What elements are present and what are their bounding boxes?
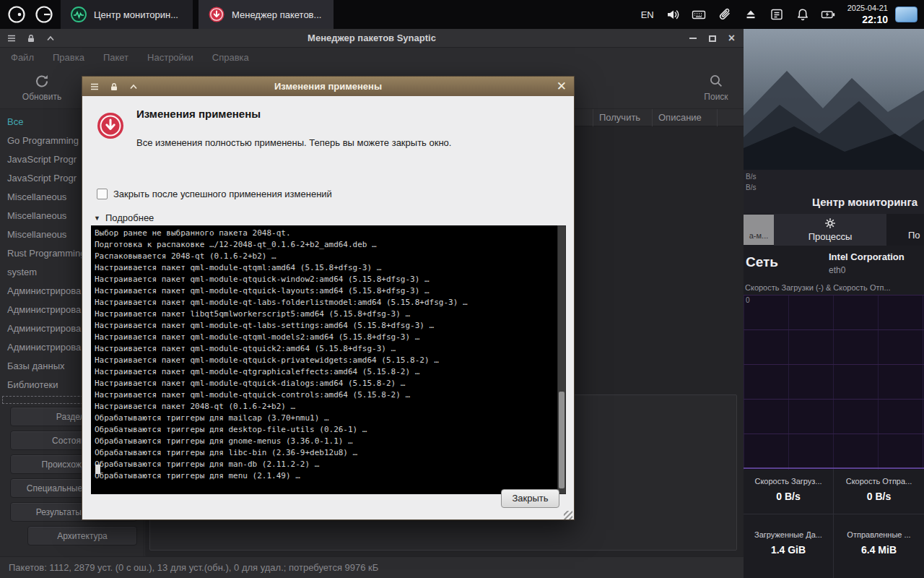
tab-partial-right[interactable]: По [908,230,920,241]
dialog-heading: Изменения применены [136,108,261,120]
menubar: ФайлПравкаПакетНастройкиСправка [0,48,744,67]
download-icon [208,6,225,23]
details-label: Подробнее [105,212,154,223]
window-menu-icon[interactable] [90,82,100,92]
rollup-icon[interactable] [128,82,139,92]
menu-item[interactable]: Пакет [103,52,128,63]
terminal-output: Выбор ранее не выбранного пакета 2048-qt… [91,225,557,494]
terminal-line: Обрабатываются триггеры для desktop-file… [95,424,557,436]
wallpaper-image [744,29,924,170]
checkbox-unchecked[interactable] [97,189,108,199]
menu-item[interactable]: Файл [11,52,34,63]
window-menu-icon[interactable] [6,33,17,43]
tab-processes[interactable]: Процессы [774,214,886,246]
resize-grip[interactable] [564,511,572,519]
dialog-message: Все изменения полностью применены. Тепер… [136,137,451,148]
terminal-line: Обрабатываются триггеры для libc-bin (2.… [95,447,557,459]
network-adapter-name: Intel Corporation [829,251,905,262]
axis-unit-labels: B/s B/s [746,171,756,193]
terminal-scrollbar[interactable] [557,225,566,494]
column-separator [717,109,718,126]
terminal-line: Обрабатываются триггеры для man-db (2.11… [95,459,557,470]
terminal-line: Настраивается пакет qml-module-qtqml-mod… [95,332,557,343]
terminal-line: Настраивается пакет qml-module-qtquick2:… [95,343,557,355]
lock-icon[interactable] [109,82,119,92]
lock-icon[interactable] [26,33,36,43]
dialog-titlebar[interactable]: Изменения применены ✕ [82,77,574,96]
terminal-line: Настраивается пакет 2048-qt (0.1.6-2+b2)… [95,401,557,413]
dialog-title: Изменения применены [82,81,574,92]
download-complete-icon [97,112,124,139]
stat-value: 1.4 GiB [771,544,806,556]
terminal-line: Настраивается пакет qml-module-qtquick-l… [95,285,557,297]
network-speed-chart: 0 [744,295,924,470]
monitoring-center-window: B/s B/s Центр мониторинга а-м... Процесс… [744,29,924,578]
close-after-apply-option[interactable]: Закрыть после успешного применения измен… [97,189,332,199]
search-icon [708,73,724,89]
taskbar-app-label: Менеджер пакетов... [232,9,321,20]
stat-value: 6.4 MiB [861,544,897,556]
terminal-line: Настраивается пакет qml-module-qtgraphic… [95,366,557,378]
bell-icon[interactable] [795,7,811,22]
terminal-line: Обрабатываются триггеры для gnome-menus … [95,436,557,447]
language-indicator[interactable]: EN [641,9,654,20]
maximize-button[interactable] [709,35,716,42]
terminal-line: Подготовка к распаковке …/12-2048-qt_0.1… [95,239,557,251]
terminal-line: Выбор ранее не выбранного пакета 2048-qt… [95,228,557,239]
minimize-button[interactable] [689,38,697,39]
column-header-description[interactable]: Описание [652,109,717,126]
terminal-line: Настраивается пакет qml-module-qtquick-d… [95,378,557,389]
column-header-get[interactable]: Получить [593,109,652,126]
dialog-close-icon[interactable]: ✕ [557,80,567,92]
search-button[interactable]: Поиск [690,73,742,102]
dialog-body: Изменения применены Все изменения полнос… [82,96,574,521]
monitor-title: Центр мониторинга [812,196,918,208]
terminal-line: Обрабатываются триггеры для menu (2.1.49… [95,470,557,482]
terminal-line: Распаковывается 2048-qt (0.1.6-2+b2) … [95,251,557,262]
dialog-close-button[interactable]: Закрыть [501,489,559,508]
battery-icon[interactable] [821,7,837,22]
changes-applied-dialog: Изменения применены ✕ Изменения применен… [82,76,575,520]
taskbar-app-monitoring-center[interactable]: Центр мониторин... [61,0,193,29]
tab-partial-left[interactable]: а-м... [744,215,774,245]
close-button[interactable]: × [728,33,735,44]
stat-label: Скорость Загруз... [754,477,821,486]
volume-icon[interactable] [665,7,681,22]
display-icon[interactable] [895,7,918,22]
scrollbar-thumb[interactable] [559,392,565,488]
stat-value: 0 B/s [776,491,800,502]
clock[interactable]: 2025-04-21 22:10 [847,3,888,26]
terminal-line: Настраивается пакет libqt5qmlworkerscrip… [95,309,557,320]
menu-item[interactable]: Справка [212,52,249,63]
taskbar-app-package-manager[interactable]: Менеджер пакетов... [199,0,334,29]
refresh-icon [34,73,50,89]
gear-icon [824,217,836,229]
filter-button[interactable]: Архитектура [27,526,137,545]
synaptic-titlebar[interactable]: Менеджер пакетов Synaptic × [0,29,744,48]
time-label: 22:10 [847,13,888,26]
network-stats-grid: Скорость Загруз... 0 B/s Скорость Отпра.… [744,470,924,578]
rollup-icon[interactable] [45,33,56,43]
eject-icon[interactable] [743,7,759,22]
stat-label: Загруженные Да... [754,530,822,539]
terminal-cursor [95,465,100,474]
network-device-name: eth0 [829,265,845,275]
terminal-line: Настраивается пакет qml-module-qtquick-c… [95,389,557,401]
refresh-button[interactable]: Обновить [16,73,68,102]
chevron-down-icon: ▼ [94,215,100,222]
notes-board-icon[interactable] [769,7,785,22]
menu-item[interactable]: Правка [53,52,84,63]
menu-item[interactable]: Настройки [147,52,193,63]
monitor-icon [70,6,87,23]
stat-value: 0 B/s [867,491,891,502]
launcher-logo-2-icon[interactable] [33,4,55,25]
launcher-logo-icon[interactable] [6,4,27,25]
refresh-label: Обновить [22,92,61,102]
details-expander[interactable]: ▼ Подробнее [94,212,154,223]
tab-processes-label: Процессы [808,231,853,242]
network-section-header: Сеть Intel Corporation eth0 [744,246,924,283]
paperclip-icon[interactable] [717,7,733,22]
checkbox-label: Закрыть после успешного применения измен… [113,189,332,199]
keyboard-icon[interactable] [691,7,707,22]
status-bar: Пакетов: 1112, 2879 уст. (0 с ош.), 13 д… [0,556,744,578]
